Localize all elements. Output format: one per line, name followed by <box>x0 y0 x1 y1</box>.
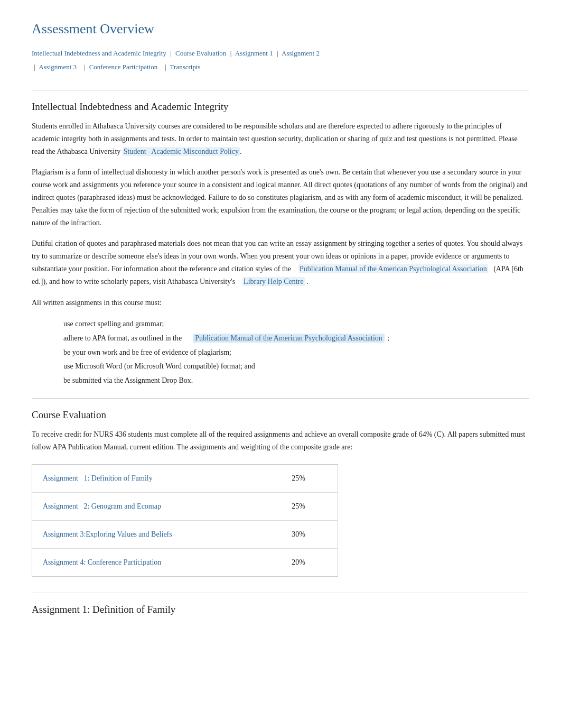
page-title: Assessment Overview <box>32 21 529 37</box>
table-row: Assignment 1: Definition of Family 25% <box>32 464 338 492</box>
divider-1 <box>32 90 529 90</box>
misconduct-policy-link[interactable]: Student Academic Misconduct Policy <box>123 147 240 156</box>
nav-sep-4: | <box>34 63 35 71</box>
nav-link-evaluation[interactable]: Course Evaluation <box>175 49 226 57</box>
requirement-apa: adhere to APA format, as outlined in the… <box>63 331 529 346</box>
divider-3 <box>32 593 529 593</box>
assignment-requirements-list: use correct spelling and grammar; adhere… <box>63 317 529 388</box>
assignment2-link[interactable]: Assignment 2: Genogram and Ecomap <box>43 502 161 510</box>
integrity-para4: All written assignments in this course m… <box>32 297 529 309</box>
assignment2-weight: 25% <box>281 492 338 520</box>
assignment3-label: Assignment 3:Exploring Values and Belief… <box>32 520 282 548</box>
integrity-heading: Intellectual Indebtedness and Academic I… <box>32 101 529 113</box>
requirement-dropbox: be submitted via the Assignment Drop Box… <box>63 374 529 388</box>
divider-2 <box>32 398 529 399</box>
apa-manual-link-2[interactable]: Publication Manual of the American Psych… <box>193 334 385 343</box>
requirement-spelling: use correct spelling and grammar; <box>63 317 529 331</box>
nav-sep-3: | <box>277 49 278 57</box>
assignment3-weight: 30% <box>281 520 338 548</box>
assignment4-link[interactable]: Assignment 4: Conference Participation <box>43 558 161 566</box>
assignment1-label: Assignment 1: Definition of Family <box>32 464 282 492</box>
nav-link-assignment1[interactable]: Assignment 1 <box>235 49 273 57</box>
requirement-own-work: be your own work and be free of evidence… <box>63 346 529 360</box>
evaluation-para1: To receive credit for NURS 436 students … <box>32 428 529 454</box>
nav-sep-1: | <box>170 49 172 57</box>
table-row: Assignment 3:Exploring Values and Belief… <box>32 520 338 548</box>
assignment1-heading: Assignment 1: Definition of Family <box>32 604 529 615</box>
nav-link-integrity[interactable]: Intellectual Indebtedness and Academic I… <box>32 49 166 57</box>
nav-sep-2: | <box>230 49 232 57</box>
assignment1-section: Assignment 1: Definition of Family <box>32 604 529 615</box>
requirement-word: use Microsoft Word (or Microsoft Word co… <box>63 360 529 374</box>
assignment3-link[interactable]: Assignment 3:Exploring Values and Belief… <box>43 530 172 538</box>
nav-link-assignment3[interactable]: Assignment 3 <box>39 63 77 71</box>
table-row: Assignment 2: Genogram and Ecomap 25% <box>32 492 338 520</box>
nav-link-assignment2[interactable]: Assignment 2 <box>282 49 320 57</box>
evaluation-heading: Course Evaluation <box>32 409 529 421</box>
assignment4-weight: 20% <box>281 548 338 576</box>
library-help-link[interactable]: Library Help Centre <box>242 277 305 286</box>
nav-link-conference[interactable]: Conference Participation <box>89 63 158 71</box>
nav-sep-5: | <box>80 63 85 71</box>
integrity-para3: Dutiful citation of quotes and paraphras… <box>32 237 529 288</box>
nav-links: Intellectual Indebtedness and Academic I… <box>32 47 529 74</box>
nav-sep-6: | <box>161 63 166 71</box>
nav-link-transcripts[interactable]: Transcripts <box>170 63 201 71</box>
assignment2-label: Assignment 2: Genogram and Ecomap <box>32 492 282 520</box>
assignment1-link[interactable]: Assignment 1: Definition of Family <box>43 474 153 482</box>
assignment1-weight: 25% <box>281 464 338 492</box>
apa-manual-link-1[interactable]: Publication Manual of the American Psych… <box>298 264 488 273</box>
integrity-para1: Students enrolled in Athabasca Universit… <box>32 120 529 158</box>
integrity-para2: Plagiarism is a form of intellectual dis… <box>32 166 529 229</box>
integrity-section: Intellectual Indebtedness and Academic I… <box>32 101 529 388</box>
assignment4-label: Assignment 4: Conference Participation <box>32 548 282 576</box>
evaluation-section: Course Evaluation To receive credit for … <box>32 409 529 577</box>
table-row: Assignment 4: Conference Participation 2… <box>32 548 338 576</box>
evaluation-table: Assignment 1: Definition of Family 25% A… <box>32 464 338 577</box>
